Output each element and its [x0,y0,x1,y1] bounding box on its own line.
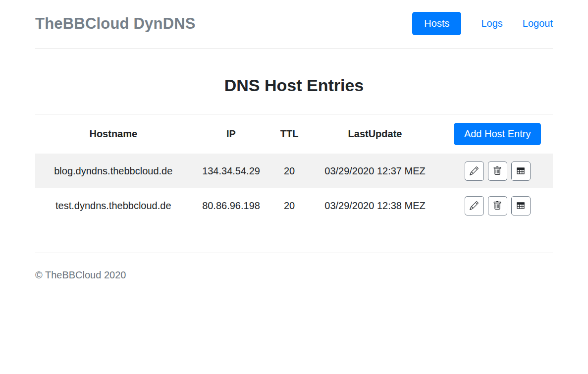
records-button[interactable] [511,161,531,181]
dns-host-table: Hostname IP TTL LastUpdate Add Host Entr… [35,114,553,223]
column-header-lastupdate: LastUpdate [308,114,442,154]
row-action-group [463,161,533,181]
table-icon [516,201,525,210]
cell-hostname: blog.dyndns.thebbcloud.de [35,154,192,188]
trash-icon [493,166,502,175]
cell-ttl: 20 [270,188,308,223]
column-header-ttl: TTL [270,114,308,154]
records-button[interactable] [511,196,531,215]
table-icon [516,166,525,175]
nav-item-hosts[interactable]: Hosts [412,12,461,35]
add-host-entry-button[interactable]: Add Host Entry [454,123,541,145]
site-footer: © TheBBCloud 2020 [35,253,553,297]
pencil-icon [470,201,479,210]
row-action-group [463,196,533,215]
table-row: test.dyndns.thebbcloud.de 80.86.96.198 2… [35,188,553,223]
cell-actions [442,154,553,188]
cell-actions [442,188,553,223]
column-header-actions: Add Host Entry [442,114,553,154]
cell-hostname: test.dyndns.thebbcloud.de [35,188,192,223]
copyright-text: © TheBBCloud 2020 [35,269,126,280]
pencil-icon [470,166,479,175]
page-title: DNS Host Entries [35,76,553,95]
table-header-row: Hostname IP TTL LastUpdate Add Host Entr… [35,114,553,154]
edit-button[interactable] [465,196,484,215]
nav-item-logs[interactable]: Logs [481,13,502,34]
delete-button[interactable] [488,196,507,215]
cell-ip: 80.86.96.198 [192,188,271,223]
trash-icon [493,201,502,210]
column-header-hostname: Hostname [35,114,192,154]
table-row: blog.dyndns.thebbcloud.de 134.34.54.29 2… [35,154,553,188]
edit-button[interactable] [465,161,484,181]
table-header: Hostname IP TTL LastUpdate Add Host Entr… [35,114,553,154]
column-header-ip: IP [192,114,271,154]
cell-lastupdate: 03/29/2020 12:37 MEZ [308,154,442,188]
main-nav: Hosts Logs Logout [412,12,553,35]
page-container: TheBBCloud DynDNS Hosts Logs Logout DNS … [35,0,553,297]
site-header: TheBBCloud DynDNS Hosts Logs Logout [35,0,553,49]
brand-title[interactable]: TheBBCloud DynDNS [35,15,196,33]
nav-item-logout[interactable]: Logout [523,13,553,34]
table-body: blog.dyndns.thebbcloud.de 134.34.54.29 2… [35,154,553,223]
cell-ip: 134.34.54.29 [192,154,271,188]
cell-ttl: 20 [270,154,308,188]
delete-button[interactable] [488,161,507,181]
cell-lastupdate: 03/29/2020 12:38 MEZ [308,188,442,223]
